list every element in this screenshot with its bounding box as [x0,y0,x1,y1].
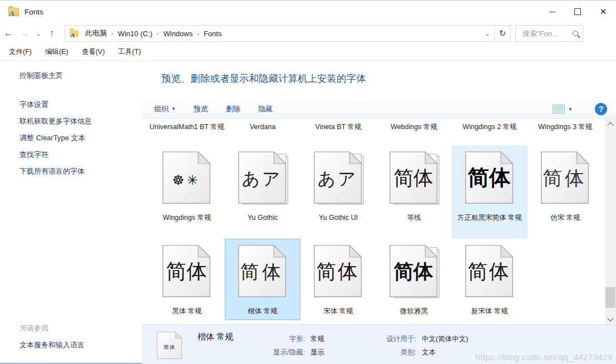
font-tile[interactable]: 简体新宋体 常规 [452,239,528,320]
cutoff-label-row: UniversalMath1 BT 常规VerdanaVineta BT 常规W… [142,119,605,145]
font-tile[interactable]: 简体仿宋 常规 [528,145,603,239]
window-title: Fonts [24,8,43,16]
breadcrumb-separator-icon: › [196,30,200,37]
details-field: 设计用于:中文(简体中文) [373,332,468,346]
change-view-icon[interactable] [553,105,565,114]
address-dropdown-chevron-icon[interactable]: ⌄ [481,31,494,37]
recent-locations-chevron-icon[interactable]: ⌄ [33,31,43,37]
svg-text:简体: 简体 [467,165,511,190]
maximize-button[interactable] [565,1,590,23]
details-field: 字形:常规 [256,332,324,346]
menu-item[interactable]: 文件(F) [7,46,34,58]
font-tile[interactable]: 简体微软雅黑 [376,239,452,320]
search-input[interactable] [521,29,573,38]
navigation-bar: ← → ⌄ ↑ A 此电脑›Win10 (C:)›Windows›Fonts ⌄… [0,23,616,44]
toolbar-item[interactable]: 隐藏 [258,104,273,114]
breadcrumb-item[interactable]: Win10 (C:) [115,29,156,38]
breadcrumb-separator-icon: › [156,30,160,37]
view-options-chevron-icon[interactable]: ▼ [568,107,573,112]
font-tile-label: Wingdings 常规 [162,213,213,223]
sidebar: 控制面板主页 字体设置联机获取更多字体信息调整 ClearType 文本查找字符… [0,61,142,363]
details-fields-left: 字形:常规显示/隐藏:显示 [256,332,324,359]
see-also-heading: 另请参阅 [19,323,48,333]
minimize-button[interactable] [539,1,565,23]
vertical-scrollbar[interactable] [605,119,616,324]
sidebar-item[interactable]: 查找字符 [19,146,92,163]
font-file-icon: 简体 [386,244,442,299]
font-tile[interactable]: 简体宋体 常规 [300,239,376,320]
font-tile[interactable]: あアYu Gothic [225,145,300,239]
font-tile-label: 楷体 常规 [247,306,278,316]
command-bar: 组织▼预览删除隐藏 ▼ ? [142,100,616,119]
details-field-label: 字形: [256,332,305,346]
breadcrumb-item[interactable]: 此电脑 [82,28,110,38]
sidebar-item[interactable]: 调整 ClearType 文本 [19,130,92,146]
font-file-icon: 简体 [311,244,366,299]
close-button[interactable]: ✕ [590,1,616,23]
organize-chevron-icon: ▼ [171,106,176,111]
toolbar-item-label: 删除 [226,104,240,114]
font-tile-label: 新宋体 常规 [470,306,509,316]
font-tile-label[interactable]: Webdings 常规 [376,119,452,145]
sidebar-item[interactable]: 下载所有语言的字体 [19,163,92,180]
selected-font-name: 楷体 常规 [198,332,233,342]
font-file-icon: あア [311,150,366,206]
details-fields-right: 设计用于:中文(简体中文)类别:文本 [373,332,468,359]
details-field-label: 类别: [373,346,416,359]
address-bar[interactable]: A 此电脑›Win10 (C:)›Windows›Fonts ⌄ ↻ [65,25,511,42]
font-tile[interactable]: 简体方正粗黑宋简体 常规 [452,145,528,239]
search-icon[interactable] [573,31,578,36]
menu-item[interactable]: 编辑(E) [43,46,71,58]
scrollbar-thumb[interactable] [605,287,615,308]
details-field-label: 显示/隐藏: [256,346,305,359]
svg-text:简体: 简体 [393,167,433,189]
font-tile[interactable]: あアYu Gothic UI [300,145,376,239]
font-tile-label[interactable]: Wingdings 2 常规 [452,119,528,145]
menu-item[interactable]: 工具(T) [116,46,143,58]
details-field-label: 设计用于: [373,332,416,346]
font-tile[interactable]: 简体黑体 常规 [149,239,225,320]
font-tile-label[interactable]: Verdana [225,119,300,145]
toolbar-item[interactable]: 组织▼ [154,104,176,114]
font-row-2: 简体黑体 常规简体楷体 常规简体宋体 常规简体微软雅黑简体新宋体 常规 [142,239,605,320]
toolbar-item-label: 隐藏 [258,104,273,114]
font-file-icon: 简体 [462,244,518,299]
font-tile[interactable]: 简体楷体 常规 [225,239,300,320]
font-tile-label: 等线 [406,213,422,223]
svg-text:简体: 简体 [166,260,207,283]
up-button[interactable]: ↑ [43,28,60,39]
refresh-icon[interactable]: ↻ [494,26,510,41]
breadcrumb-item[interactable]: Fonts [200,29,225,38]
search-box[interactable] [515,25,583,42]
font-tile-label: 黑体 常规 [171,306,203,316]
breadcrumb-item[interactable]: Windows [160,29,196,38]
font-file-icon: ☸✳ [159,150,215,206]
scroll-up-icon[interactable] [605,119,616,128]
font-file-icon: 简体 [462,150,518,206]
font-tile-label: 仿宋 常规 [549,213,581,223]
details-field-value: 显示 [311,346,324,359]
scroll-down-icon[interactable] [605,315,616,324]
sidebar-item-control-panel-home[interactable]: 控制面板主页 [19,71,63,81]
sidebar-item-text-services[interactable]: 文本服务和输入语言 [19,340,85,350]
font-tile-label: Yu Gothic UI [318,213,359,223]
forward-button[interactable]: → [17,28,33,39]
help-icon[interactable]: ? [595,103,607,115]
font-tile[interactable]: 简体等线 [376,145,452,239]
sidebar-item[interactable]: 字体设置 [19,96,92,113]
font-row-1: ☸✳Wingdings 常规あアYu GothicあアYu Gothic UI简… [142,145,605,239]
toolbar-item[interactable]: 删除 [226,104,240,114]
svg-text:简体: 简体 [317,260,359,283]
font-tile[interactable]: ☸✳Wingdings 常规 [149,145,225,239]
font-tile-label[interactable]: Vineta BT 常规 [300,119,376,145]
main-pane: 预览、删除或者显示和隐藏计算机上安装的字体 组织▼预览删除隐藏 ▼ ? Univ… [142,61,616,363]
svg-text:☸✳: ☸✳ [172,173,200,188]
toolbar-item[interactable]: 预览 [194,104,208,114]
menu-item[interactable]: 查看(V) [80,46,107,58]
font-tile-label[interactable]: UniversalMath1 BT 常规 [149,119,225,145]
details-field-value: 中文(简体中文) [422,332,468,346]
back-button[interactable]: ← [0,28,17,39]
sidebar-item[interactable]: 联机获取更多字体信息 [19,113,92,130]
font-tile-label[interactable]: Wingdings 3 常规 [528,119,603,145]
address-folder-icon: A [70,30,78,37]
